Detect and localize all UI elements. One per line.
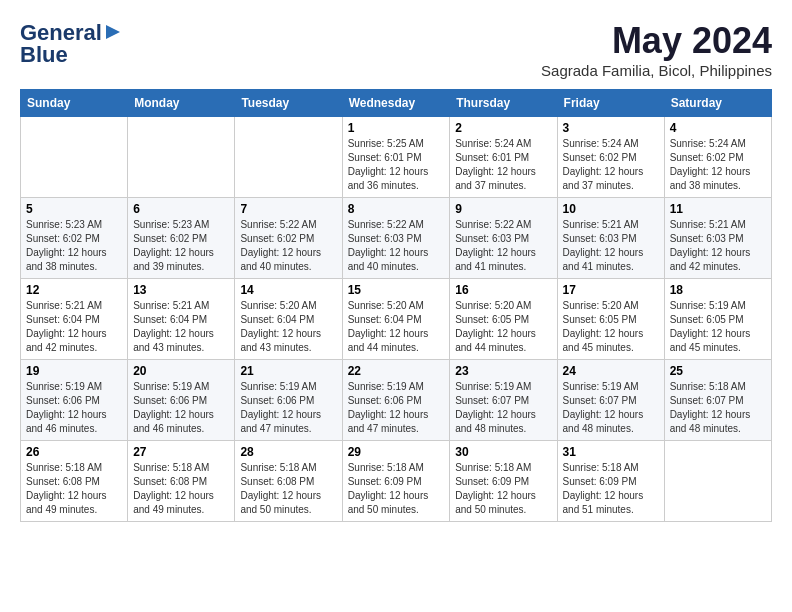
- daylight-text: Daylight: 12 hours and 37 minutes.: [563, 166, 644, 191]
- sunrise-text: Sunrise: 5:24 AM: [670, 138, 746, 149]
- page-header: General Blue May 2024 Sagrada Familia, B…: [20, 20, 772, 79]
- logo: General Blue: [20, 20, 124, 68]
- sunrise-text: Sunrise: 5:20 AM: [240, 300, 316, 311]
- sunrise-text: Sunrise: 5:22 AM: [348, 219, 424, 230]
- day-number: 17: [563, 283, 659, 297]
- sunset-text: Sunset: 6:01 PM: [348, 152, 422, 163]
- table-row: 26Sunrise: 5:18 AMSunset: 6:08 PMDayligh…: [21, 441, 128, 522]
- calendar-table: Sunday Monday Tuesday Wednesday Thursday…: [20, 89, 772, 522]
- sunrise-text: Sunrise: 5:18 AM: [133, 462, 209, 473]
- table-row: 9Sunrise: 5:22 AMSunset: 6:03 PMDaylight…: [450, 198, 557, 279]
- sunset-text: Sunset: 6:01 PM: [455, 152, 529, 163]
- daylight-text: Daylight: 12 hours and 50 minutes.: [455, 490, 536, 515]
- daylight-text: Daylight: 12 hours and 43 minutes.: [133, 328, 214, 353]
- sunset-text: Sunset: 6:07 PM: [670, 395, 744, 406]
- title-section: May 2024 Sagrada Familia, Bicol, Philipp…: [541, 20, 772, 79]
- daylight-text: Daylight: 12 hours and 46 minutes.: [26, 409, 107, 434]
- sunrise-text: Sunrise: 5:19 AM: [563, 381, 639, 392]
- daylight-text: Daylight: 12 hours and 37 minutes.: [455, 166, 536, 191]
- table-row: 1Sunrise: 5:25 AMSunset: 6:01 PMDaylight…: [342, 117, 450, 198]
- day-number: 28: [240, 445, 336, 459]
- calendar-header-row: Sunday Monday Tuesday Wednesday Thursday…: [21, 90, 772, 117]
- table-row: [21, 117, 128, 198]
- table-row: 2Sunrise: 5:24 AMSunset: 6:01 PMDaylight…: [450, 117, 557, 198]
- sunrise-text: Sunrise: 5:19 AM: [240, 381, 316, 392]
- header-thursday: Thursday: [450, 90, 557, 117]
- sunset-text: Sunset: 6:02 PM: [26, 233, 100, 244]
- table-row: 30Sunrise: 5:18 AMSunset: 6:09 PMDayligh…: [450, 441, 557, 522]
- sunrise-text: Sunrise: 5:19 AM: [455, 381, 531, 392]
- sunset-text: Sunset: 6:05 PM: [670, 314, 744, 325]
- logo-arrow-icon: [106, 23, 124, 41]
- sunset-text: Sunset: 6:04 PM: [133, 314, 207, 325]
- daylight-text: Daylight: 12 hours and 48 minutes.: [670, 409, 751, 434]
- sunset-text: Sunset: 6:06 PM: [240, 395, 314, 406]
- daylight-text: Daylight: 12 hours and 38 minutes.: [26, 247, 107, 272]
- daylight-text: Daylight: 12 hours and 36 minutes.: [348, 166, 429, 191]
- table-row: 15Sunrise: 5:20 AMSunset: 6:04 PMDayligh…: [342, 279, 450, 360]
- table-row: 19Sunrise: 5:19 AMSunset: 6:06 PMDayligh…: [21, 360, 128, 441]
- daylight-text: Daylight: 12 hours and 51 minutes.: [563, 490, 644, 515]
- table-row: 5Sunrise: 5:23 AMSunset: 6:02 PMDaylight…: [21, 198, 128, 279]
- sunset-text: Sunset: 6:03 PM: [563, 233, 637, 244]
- sunrise-text: Sunrise: 5:18 AM: [26, 462, 102, 473]
- day-number: 31: [563, 445, 659, 459]
- sunrise-text: Sunrise: 5:18 AM: [455, 462, 531, 473]
- sunrise-text: Sunrise: 5:18 AM: [563, 462, 639, 473]
- day-number: 13: [133, 283, 229, 297]
- header-monday: Monday: [128, 90, 235, 117]
- sunrise-text: Sunrise: 5:20 AM: [563, 300, 639, 311]
- table-row: 31Sunrise: 5:18 AMSunset: 6:09 PMDayligh…: [557, 441, 664, 522]
- daylight-text: Daylight: 12 hours and 48 minutes.: [455, 409, 536, 434]
- sunrise-text: Sunrise: 5:22 AM: [240, 219, 316, 230]
- day-number: 8: [348, 202, 445, 216]
- sunset-text: Sunset: 6:05 PM: [455, 314, 529, 325]
- day-number: 20: [133, 364, 229, 378]
- sunrise-text: Sunrise: 5:19 AM: [26, 381, 102, 392]
- sunset-text: Sunset: 6:05 PM: [563, 314, 637, 325]
- sunset-text: Sunset: 6:06 PM: [133, 395, 207, 406]
- daylight-text: Daylight: 12 hours and 40 minutes.: [348, 247, 429, 272]
- daylight-text: Daylight: 12 hours and 46 minutes.: [133, 409, 214, 434]
- sunrise-text: Sunrise: 5:20 AM: [348, 300, 424, 311]
- daylight-text: Daylight: 12 hours and 41 minutes.: [563, 247, 644, 272]
- daylight-text: Daylight: 12 hours and 48 minutes.: [563, 409, 644, 434]
- daylight-text: Daylight: 12 hours and 41 minutes.: [455, 247, 536, 272]
- table-row: 16Sunrise: 5:20 AMSunset: 6:05 PMDayligh…: [450, 279, 557, 360]
- table-row: [664, 441, 771, 522]
- sunset-text: Sunset: 6:04 PM: [348, 314, 422, 325]
- sunset-text: Sunset: 6:03 PM: [455, 233, 529, 244]
- day-number: 10: [563, 202, 659, 216]
- calendar-week-row: 12Sunrise: 5:21 AMSunset: 6:04 PMDayligh…: [21, 279, 772, 360]
- sunset-text: Sunset: 6:09 PM: [348, 476, 422, 487]
- table-row: 18Sunrise: 5:19 AMSunset: 6:05 PMDayligh…: [664, 279, 771, 360]
- day-number: 14: [240, 283, 336, 297]
- daylight-text: Daylight: 12 hours and 50 minutes.: [348, 490, 429, 515]
- sunrise-text: Sunrise: 5:20 AM: [455, 300, 531, 311]
- sunrise-text: Sunrise: 5:21 AM: [670, 219, 746, 230]
- sunset-text: Sunset: 6:08 PM: [240, 476, 314, 487]
- table-row: 10Sunrise: 5:21 AMSunset: 6:03 PMDayligh…: [557, 198, 664, 279]
- sunset-text: Sunset: 6:06 PM: [26, 395, 100, 406]
- daylight-text: Daylight: 12 hours and 47 minutes.: [240, 409, 321, 434]
- table-row: 17Sunrise: 5:20 AMSunset: 6:05 PMDayligh…: [557, 279, 664, 360]
- daylight-text: Daylight: 12 hours and 49 minutes.: [133, 490, 214, 515]
- calendar-week-row: 5Sunrise: 5:23 AMSunset: 6:02 PMDaylight…: [21, 198, 772, 279]
- daylight-text: Daylight: 12 hours and 40 minutes.: [240, 247, 321, 272]
- table-row: 28Sunrise: 5:18 AMSunset: 6:08 PMDayligh…: [235, 441, 342, 522]
- day-number: 2: [455, 121, 551, 135]
- sunrise-text: Sunrise: 5:21 AM: [563, 219, 639, 230]
- table-row: 25Sunrise: 5:18 AMSunset: 6:07 PMDayligh…: [664, 360, 771, 441]
- daylight-text: Daylight: 12 hours and 49 minutes.: [26, 490, 107, 515]
- header-tuesday: Tuesday: [235, 90, 342, 117]
- sunset-text: Sunset: 6:04 PM: [240, 314, 314, 325]
- sunset-text: Sunset: 6:02 PM: [670, 152, 744, 163]
- daylight-text: Daylight: 12 hours and 43 minutes.: [240, 328, 321, 353]
- daylight-text: Daylight: 12 hours and 42 minutes.: [670, 247, 751, 272]
- day-number: 19: [26, 364, 122, 378]
- daylight-text: Daylight: 12 hours and 45 minutes.: [563, 328, 644, 353]
- sunrise-text: Sunrise: 5:18 AM: [670, 381, 746, 392]
- sunrise-text: Sunrise: 5:18 AM: [348, 462, 424, 473]
- day-number: 24: [563, 364, 659, 378]
- location-subtitle: Sagrada Familia, Bicol, Philippines: [541, 62, 772, 79]
